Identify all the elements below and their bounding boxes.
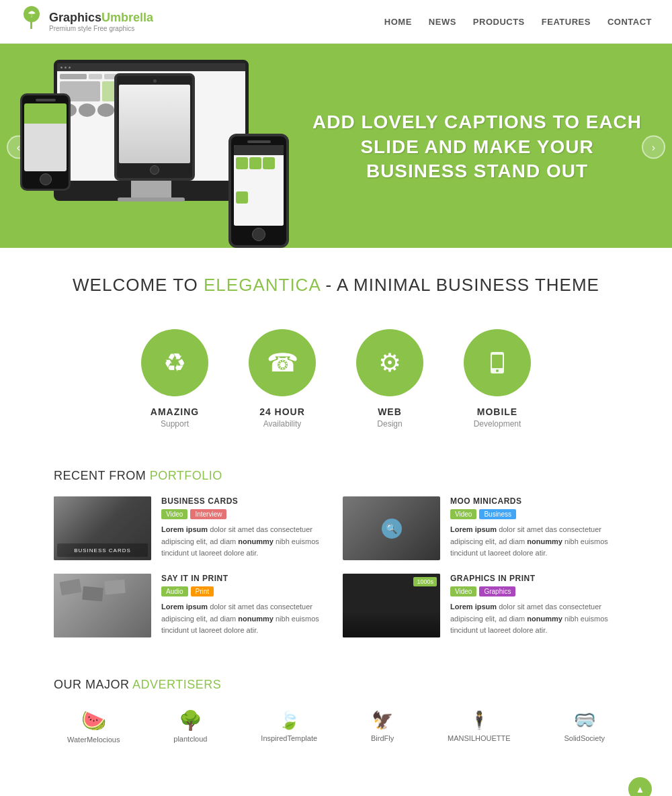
phone-right-device [228,134,289,248]
goggles-icon: 🥽 [574,710,595,731]
advertiser-watermelocious: 🍉 WaterMelocious [67,709,120,744]
logo-tagline: Premium style Free graphics [49,25,153,32]
advertiser-birdfly: 🦅 BirdFly [371,710,394,742]
phone-right-home-button [252,228,265,241]
tag-print-3: Print [191,586,214,596]
portfolio-thumb-1[interactable]: BUSINESS CARDS [54,496,151,560]
tablet-device [114,73,195,181]
tree-icon: 🌳 [179,709,202,732]
tag-business-2: Business [479,509,516,519]
tag-video-1: Video [161,509,187,519]
portfolio-tags-2: Video Business [450,509,618,519]
advertiser-mansilhouette: 🕴 MANSILHOUETTE [448,710,511,742]
portfolio-tags-3: Audio Print [161,586,329,596]
portfolio-thumb-3[interactable] [54,574,151,637]
phone-right-speaker [247,140,271,143]
phone-speaker [36,99,56,101]
svg-rect-2 [30,21,32,29]
advertisers-row: 🍉 WaterMelocious 🌳 plantcloud 🍃 Inspired… [54,709,618,744]
watermelon-icon: 🍉 [81,709,106,732]
slider-next-button[interactable]: › [642,136,665,159]
phone-screen [24,103,67,171]
portfolio-info-4: GRAPHICS IN PRINT Video Graphics Lorem i… [450,574,618,637]
nav-features[interactable]: FEATURES [542,17,591,27]
advertiser-solidsociety: 🥽 SolidSociety [564,710,605,742]
svg-text:☂: ☂ [28,9,36,19]
phone-home-button [40,173,52,185]
portfolio-heading: RECENT FROM PORTFOLIO [54,469,618,483]
monitor-stand [131,181,171,197]
feature-icon-mobile [464,329,531,396]
main-nav: HOME NEWS PRODUCTS FEATURES CONTACT [384,17,652,27]
svg-point-5 [496,369,499,372]
feature-amazing: ♻ AMAZING Support [141,329,208,429]
portfolio-tags-4: Video Graphics [450,586,618,596]
feature-web: ⚙ WEB Design [356,329,423,429]
feature-mobile: MOBILE Development [464,329,531,429]
welcome-heading: WELCOME TO ELEGANTICA - A MINIMAL BUSINE… [13,275,659,296]
advertiser-inspiredtemplate: 🍃 InspiredTemplate [261,710,317,742]
portfolio-item-business-cards: BUSINESS CARDS BUSINESS CARDS Video Inte… [54,496,329,560]
logo-text-area: GraphicsUmbrella Premium style Free grap… [49,11,153,32]
logo-area: ☂ GraphicsUmbrella Premium style Free gr… [20,6,153,38]
tablet-screen [119,85,190,163]
phone-left-device [20,93,71,191]
portfolio-item-say-it-print: SAY IT IN PRINT Audio Print Lorem ipsum … [54,574,329,637]
portfolio-thumb-4[interactable]: 1000s [343,574,440,637]
nav-news[interactable]: NEWS [429,17,456,27]
tablet-camera [153,79,157,83]
logo-name: GraphicsUmbrella [49,11,153,25]
portfolio-tags-1: Video Interview [161,509,329,519]
feature-icon-recycle: ♻ [141,329,208,396]
tag-audio-3: Audio [161,586,188,596]
header: ☂ GraphicsUmbrella Premium style Free gr… [0,0,672,44]
portfolio-info-3: SAY IT IN PRINT Audio Print Lorem ipsum … [161,574,329,637]
portfolio-desc-3: Lorem ipsum dolor sit amet das consectet… [161,601,329,637]
advertisers-section: OUR MAJOR ADVERTISERS 🍉 WaterMelocious 🌳… [0,664,672,770]
portfolio-item-moo-minicards: 🔍 MOO MINICARDS Video Business Lorem ips… [343,496,618,560]
bird-icon: 🦅 [372,710,393,731]
hero-caption: ADD LOVELY CAPTIONS TO EACH SLIDE AND MA… [296,97,659,197]
feature-24hour: ☎ 24 HOUR Availability [249,329,316,429]
portfolio-item-graphics-print: 1000s GRAPHICS IN PRINT Video Graphics L… [343,574,618,637]
hero-content: ADD LOVELY CAPTIONS TO EACH SLIDE AND MA… [13,53,659,241]
tag-graphics-4: Graphics [479,586,515,596]
advertisers-heading: OUR MAJOR ADVERTISERS [54,678,618,692]
nav-products[interactable]: PRODUCTS [473,17,525,27]
hero-devices [13,53,296,241]
man-silhouette-icon: 🕴 [468,710,490,731]
monitor-base [118,197,185,202]
portfolio-info-2: MOO MINICARDS Video Business Lorem ipsum… [450,496,618,560]
tag-video-4: Video [450,586,476,596]
tag-interview-1: Interview [190,509,226,519]
portfolio-desc-2: Lorem ipsum dolor sit amet das consectet… [450,524,618,560]
search-overlay-icon: 🔍 [382,519,402,539]
nav-contact[interactable]: CONTACT [607,17,652,27]
portfolio-section: RECENT FROM PORTFOLIO BUSINESS CARDS BUS… [0,455,672,664]
logo-icon: ☂ [20,6,44,38]
tablet-home-button [150,165,159,175]
advertiser-plantcloud: 🌳 plantcloud [173,709,207,743]
portfolio-desc-1: Lorem ipsum dolor sit amet das consectet… [161,524,329,560]
welcome-section: WELCOME TO ELEGANTICA - A MINIMAL BUSINE… [0,248,672,316]
portfolio-grid: BUSINESS CARDS BUSINESS CARDS Video Inte… [54,496,618,637]
phone-right-screen [234,145,284,226]
portfolio-thumb-2[interactable]: 🔍 [343,496,440,560]
hero-slider: ‹ [0,46,672,248]
scroll-to-top-button[interactable]: ▲ [628,777,652,796]
features-section: ♻ AMAZING Support ☎ 24 HOUR Availability… [0,316,672,455]
nav-home[interactable]: HOME [384,17,412,27]
portfolio-desc-4: Lorem ipsum dolor sit amet das consectet… [450,601,618,637]
portfolio-info-1: BUSINESS CARDS Video Interview Lorem ips… [161,496,329,560]
feature-icon-phone: ☎ [249,329,316,396]
leaf-icon: 🍃 [278,710,300,731]
tag-video-2: Video [450,509,476,519]
feature-icon-gear: ⚙ [356,329,423,396]
svg-rect-4 [492,355,503,368]
